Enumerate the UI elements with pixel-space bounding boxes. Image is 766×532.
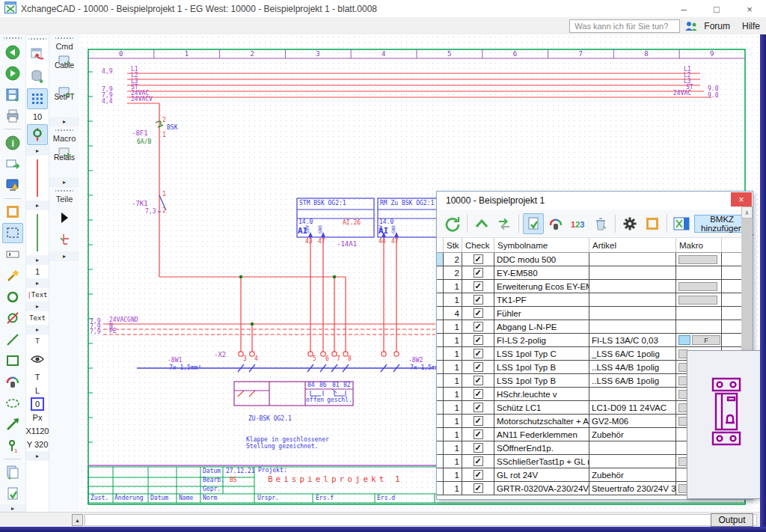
dialog-close-button[interactable]: × bbox=[731, 192, 752, 207]
expander-icon[interactable]: ▸ bbox=[49, 251, 79, 261]
swap-icon[interactable] bbox=[494, 213, 515, 234]
pages-icon[interactable] bbox=[2, 462, 23, 482]
menu-forum[interactable]: Forum bbox=[698, 19, 736, 33]
toolbar-grip[interactable] bbox=[55, 128, 73, 132]
row-selector[interactable] bbox=[437, 253, 444, 266]
refresh-icon[interactable] bbox=[442, 213, 463, 234]
row-selector[interactable] bbox=[437, 415, 444, 427]
layer-box[interactable]: 0 bbox=[31, 397, 44, 411]
window-import-icon[interactable] bbox=[27, 43, 48, 64]
checkbox[interactable]: ✓ bbox=[474, 456, 483, 466]
checkbox[interactable]: ✓ bbox=[474, 254, 483, 264]
checkbox[interactable]: ✓ bbox=[474, 362, 483, 372]
row-selector[interactable] bbox=[437, 307, 444, 319]
select-icon[interactable] bbox=[2, 223, 23, 243]
back-icon[interactable] bbox=[2, 43, 23, 62]
red-line-icon[interactable] bbox=[27, 156, 48, 200]
expander-icon[interactable]: ▸ bbox=[26, 146, 49, 156]
row-selector[interactable] bbox=[437, 482, 444, 495]
checkbox[interactable]: ✓ bbox=[474, 349, 483, 358]
makro-button[interactable] bbox=[678, 255, 717, 264]
table-row[interactable]: 1✓FI-LS 2-poligFI-LS 13A/C 0,03F bbox=[437, 334, 753, 347]
forward-icon[interactable] bbox=[2, 64, 23, 83]
command-up-button[interactable]: ▲ bbox=[72, 514, 83, 526]
expander-icon[interactable]: ▸ bbox=[26, 255, 49, 265]
row-selector[interactable] bbox=[437, 266, 444, 279]
page-check-icon[interactable] bbox=[523, 213, 544, 234]
table-row[interactable]: 2✓DDC modu 500 bbox=[437, 253, 753, 266]
frame-icon[interactable] bbox=[2, 202, 23, 221]
row-selector[interactable] bbox=[437, 441, 444, 454]
search-input[interactable] bbox=[569, 19, 680, 33]
toolbar-value[interactable]: X1120 bbox=[26, 424, 49, 438]
textbox-icon[interactable] bbox=[2, 245, 23, 264]
row-selector[interactable] bbox=[437, 388, 444, 400]
checkbox[interactable]: ✓ bbox=[474, 308, 483, 318]
eye-icon[interactable] bbox=[27, 349, 48, 370]
recycle-icon[interactable] bbox=[590, 213, 611, 234]
gear-icon[interactable] bbox=[619, 213, 640, 234]
row-selector[interactable] bbox=[437, 468, 444, 481]
ellipse-icon[interactable] bbox=[2, 394, 23, 413]
row-selector[interactable] bbox=[437, 455, 444, 468]
table-row[interactable]: 1✓TK1-PF bbox=[437, 293, 753, 307]
toolbar-value[interactable]: 10 bbox=[33, 110, 42, 123]
toolbar-value[interactable]: Px bbox=[33, 411, 43, 424]
toolbar-grip[interactable] bbox=[55, 189, 73, 193]
row-selector[interactable] bbox=[437, 347, 444, 360]
db-add-icon[interactable] bbox=[27, 66, 48, 87]
toolbar-grip[interactable] bbox=[55, 36, 73, 40]
symbol-pin-icon[interactable] bbox=[27, 124, 48, 145]
table-row[interactable]: 2✓EY-EM580 bbox=[437, 266, 753, 280]
checkbox[interactable]: ✓ bbox=[474, 376, 483, 385]
checkbox[interactable]: ✓ bbox=[474, 483, 483, 493]
print-icon[interactable] bbox=[2, 106, 23, 126]
makro-button[interactable] bbox=[678, 296, 717, 305]
row-selector[interactable] bbox=[437, 320, 444, 333]
relais-button[interactable]: Relais bbox=[54, 146, 75, 177]
table-row[interactable]: 1✓Erweiterung Ecos EY-EM bbox=[437, 280, 753, 293]
row-selector[interactable] bbox=[437, 334, 444, 346]
expander-icon[interactable]: ▸ bbox=[26, 451, 49, 461]
expander-icon[interactable]: ▸ bbox=[26, 278, 49, 288]
toolbar-value[interactable]: Y 320 bbox=[27, 438, 49, 451]
brush-icon[interactable] bbox=[2, 372, 23, 391]
toolbar-value[interactable]: T bbox=[35, 370, 40, 384]
tiny-symbol-icon[interactable] bbox=[54, 230, 75, 251]
row-selector[interactable] bbox=[437, 401, 444, 414]
circle-icon[interactable] bbox=[2, 287, 23, 306]
page-check-icon[interactable] bbox=[2, 483, 23, 503]
row-selector[interactable] bbox=[437, 361, 444, 373]
checkbox[interactable]: ✓ bbox=[474, 335, 483, 345]
toolbar-grip[interactable] bbox=[28, 37, 46, 41]
green-line-icon[interactable] bbox=[27, 211, 48, 254]
toolbar-grip[interactable] bbox=[4, 36, 22, 40]
setft-button[interactable]: SetFT bbox=[54, 85, 74, 117]
toolbar-text-tool[interactable]: |Text bbox=[27, 288, 47, 302]
row-selector[interactable] bbox=[437, 280, 444, 293]
row-selector[interactable] bbox=[437, 374, 444, 387]
close-button[interactable]: × bbox=[733, 0, 766, 18]
checkbox[interactable]: ✓ bbox=[474, 295, 483, 305]
grid-icon[interactable] bbox=[27, 88, 48, 109]
maximize-button[interactable]: □ bbox=[700, 0, 733, 18]
circle-cross-icon[interactable] bbox=[2, 308, 23, 328]
monitor-alert-icon[interactable] bbox=[2, 175, 23, 195]
pin-icon[interactable]: 1 bbox=[2, 436, 23, 456]
arrow-icon[interactable] bbox=[2, 415, 23, 434]
toolbar-value[interactable]: L bbox=[35, 384, 40, 397]
toolbar-text-tool[interactable]: Text bbox=[29, 311, 46, 325]
command-input[interactable] bbox=[85, 514, 757, 526]
cable-button[interactable]: Cable bbox=[55, 54, 74, 85]
expander-icon[interactable]: ▸ bbox=[26, 325, 49, 334]
checkbox[interactable]: ✓ bbox=[474, 281, 483, 291]
menu-help[interactable]: Hilfe bbox=[736, 19, 766, 33]
info-icon[interactable]: i bbox=[2, 132, 23, 152]
makro-color-cell[interactable] bbox=[678, 335, 690, 345]
rename-icon[interactable] bbox=[2, 154, 23, 174]
output-button[interactable]: Output bbox=[711, 513, 753, 527]
minimize-button[interactable]: – bbox=[667, 0, 700, 18]
row-selector[interactable] bbox=[437, 428, 444, 441]
wand-icon[interactable] bbox=[2, 266, 23, 285]
checkbox[interactable]: ✓ bbox=[474, 416, 483, 426]
